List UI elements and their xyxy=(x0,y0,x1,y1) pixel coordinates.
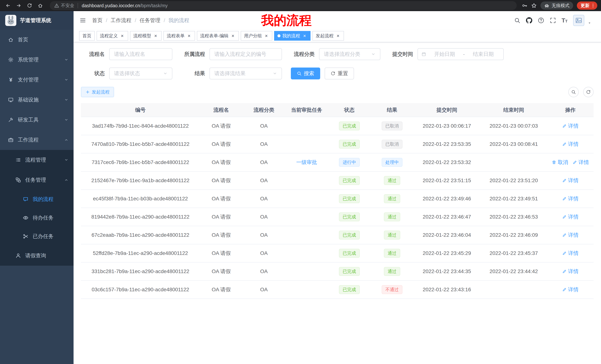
tab-process-form-edit[interactable]: 流程表单-编辑× xyxy=(197,31,239,41)
sidebar-item-my-process[interactable]: 我的流程 xyxy=(0,190,74,209)
reload-icon[interactable] xyxy=(25,1,34,10)
table-row: 7317cec6-7b9b-11ec-b5b7-acde48001122OA 请… xyxy=(81,153,594,172)
sidebar-item-todo-task[interactable]: 待办任务 xyxy=(0,209,74,227)
cell-category: OA xyxy=(242,208,285,226)
sidebar-item-done-task[interactable]: 已办任务 xyxy=(0,227,74,246)
detail-link[interactable]: 详情 xyxy=(562,141,579,148)
cell-process-name: OA 请假 xyxy=(200,153,242,172)
close-icon[interactable]: × xyxy=(120,33,125,38)
category-select[interactable]: 请选择流程分类 xyxy=(319,48,380,60)
sidebar-item-leave-query[interactable]: 请假查询 xyxy=(0,246,74,266)
header-actions: TT xyxy=(514,15,594,26)
close-icon[interactable]: × xyxy=(230,33,235,38)
warning-icon xyxy=(54,3,59,8)
detail-link[interactable]: 详情 xyxy=(562,268,579,275)
sidebar-item-payment[interactable]: ¥支付管理 xyxy=(0,70,74,90)
sidebar-item-infrastructure[interactable]: 基础设施 xyxy=(0,90,74,110)
tab-home[interactable]: 首页 xyxy=(79,31,95,41)
search-icon[interactable] xyxy=(514,17,521,24)
toggle-search-button[interactable] xyxy=(568,87,579,97)
create-process-button[interactable]: 发起流程 xyxy=(81,87,114,97)
cell-id: 7317cec6-7b9b-11ec-b5b7-acde48001122 xyxy=(81,153,200,172)
sidebar-item-home[interactable]: 首页 xyxy=(0,30,74,50)
close-icon[interactable]: × xyxy=(264,33,269,38)
detail-link[interactable]: 详情 xyxy=(573,159,589,166)
update-button[interactable]: 更新 xyxy=(577,1,597,10)
sidebar-item-process-mgmt[interactable]: 流程管理 xyxy=(0,150,74,170)
parent-process-input[interactable] xyxy=(210,48,282,60)
edit-icon xyxy=(562,251,567,256)
tab-my-process[interactable]: 我的流程× xyxy=(274,31,311,41)
sidebar-item-devtools[interactable]: 研发工具 xyxy=(0,110,74,130)
detail-link[interactable]: 详情 xyxy=(562,250,579,257)
address-bar[interactable]: 不安全 dashboard.yudao.iocoder.cn/bpm/task/… xyxy=(50,1,517,10)
question-icon[interactable] xyxy=(538,17,544,24)
submit-time-range[interactable]: 开始日期 - 结束日期 xyxy=(418,48,504,60)
tab-user-group[interactable]: 用户分组× xyxy=(241,31,272,41)
filter-status: 状态 请选择状态 xyxy=(81,67,172,79)
security-label: 不安全 xyxy=(61,3,74,9)
cell-end-time: 2022-01-22 23:45:37 xyxy=(480,244,547,262)
github-icon[interactable] xyxy=(526,17,532,24)
cell-result: 已取消 xyxy=(371,117,413,135)
result-select[interactable]: 请选择流结果 xyxy=(210,67,282,79)
font-size-icon[interactable]: TT xyxy=(562,18,568,23)
briefcase-icon xyxy=(7,137,14,143)
home-icon xyxy=(7,37,14,42)
avatar[interactable] xyxy=(573,15,584,26)
date-start-placeholder[interactable]: 开始日期 xyxy=(428,51,461,58)
forward-icon[interactable] xyxy=(14,1,23,10)
breadcrumb-workflow[interactable]: 工作流程 xyxy=(111,17,131,24)
cell-actions: 详情 xyxy=(547,172,594,190)
sidebar-item-label: 首页 xyxy=(18,36,28,43)
tab-process-definition[interactable]: 流程定义× xyxy=(97,31,128,41)
refresh-table-button[interactable] xyxy=(583,87,594,97)
dots-menu-icon[interactable] xyxy=(591,3,595,8)
close-icon[interactable]: × xyxy=(153,33,158,38)
tab-start-process[interactable]: 发起流程× xyxy=(312,31,344,41)
fullscreen-icon[interactable] xyxy=(550,17,556,24)
breadcrumb-home[interactable]: 首页 xyxy=(92,17,102,24)
tabs-bar: 首页流程定义×流程模型×流程表单×流程表单-编辑×用户分组×我的流程×发起流程× xyxy=(74,30,601,42)
tab-process-model[interactable]: 流程模型× xyxy=(130,31,161,41)
back-icon[interactable] xyxy=(4,1,12,10)
search-button[interactable]: 搜索 xyxy=(291,67,320,79)
close-icon[interactable]: × xyxy=(302,33,307,38)
chrome-right-cluster: 无痕模式 更新 xyxy=(522,1,597,10)
security-chip[interactable]: 不安全 xyxy=(54,3,74,9)
cancel-link[interactable]: 取消 xyxy=(552,159,568,166)
cell-id: 67c2eaab-7b9a-11ec-a290-acde48001122 xyxy=(81,226,200,244)
chevron-down-icon xyxy=(371,52,376,56)
table-row: 331bc281-7b9a-11ec-a290-acde48001122OA 请… xyxy=(81,262,594,280)
detail-link[interactable]: 详情 xyxy=(562,231,579,239)
detail-link[interactable]: 详情 xyxy=(562,286,579,293)
process-name-input[interactable] xyxy=(109,48,172,60)
detail-link[interactable]: 详情 xyxy=(562,195,579,202)
hamburger-icon[interactable] xyxy=(74,11,92,30)
star-icon[interactable] xyxy=(531,3,537,8)
result-tag: 已取消 xyxy=(382,122,402,130)
close-icon[interactable]: × xyxy=(335,33,341,38)
sidebar-item-workflow[interactable]: 工作流程 xyxy=(0,130,74,150)
close-icon[interactable]: × xyxy=(186,33,192,38)
tab-label: 用户分组 xyxy=(244,33,262,39)
date-end-placeholder[interactable]: 结束日期 xyxy=(467,51,500,58)
breadcrumb-task-mgmt[interactable]: 任务管理 xyxy=(140,17,160,24)
home-icon[interactable] xyxy=(36,1,45,10)
status-tag: 已完成 xyxy=(339,285,360,294)
sidebar-item-task-mgmt[interactable]: 任务管理 xyxy=(0,170,74,190)
current-task-link[interactable]: 一级审批 xyxy=(296,159,317,166)
tab-process-form[interactable]: 流程表单× xyxy=(163,31,195,41)
key-icon[interactable] xyxy=(522,3,527,8)
detail-link[interactable]: 详情 xyxy=(562,177,579,184)
user-icon xyxy=(15,253,21,259)
list-icon xyxy=(15,157,21,163)
detail-link[interactable]: 详情 xyxy=(562,213,579,220)
detail-link[interactable]: 详情 xyxy=(562,123,579,130)
caret-down-icon[interactable] xyxy=(588,21,591,25)
sidebar-item-system[interactable]: 系统管理 xyxy=(0,50,74,70)
status-select[interactable]: 请选择状态 xyxy=(109,67,172,79)
reset-button[interactable]: 重置 xyxy=(325,67,354,79)
cell-status: 已完成 xyxy=(328,135,371,153)
column-header: 状态 xyxy=(328,103,371,117)
